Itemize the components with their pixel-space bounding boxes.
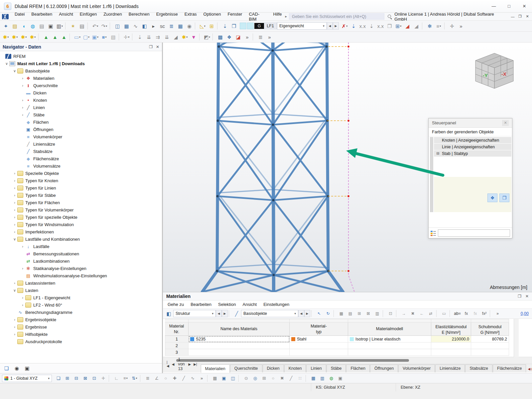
coordinate-system-select[interactable]: 1 - Global XYZ ▾ <box>2 375 52 382</box>
tree-expander-icon[interactable]: ∨ <box>12 237 17 241</box>
next-page-button[interactable]: ▶ <box>188 362 192 366</box>
table-grid-icon[interactable]: ▦▾ <box>309 374 318 382</box>
surface-load-icon[interactable]: ⇊▾ <box>163 33 171 41</box>
toolbar-icon[interactable]: ▾ <box>110 22 112 30</box>
overflow3-icon[interactable]: »▾ <box>265 33 274 41</box>
table-column-header[interactable]: Material-typ <box>290 323 348 336</box>
loadcase-next-button[interactable]: ▶ <box>333 22 339 30</box>
tree-expander-icon[interactable]: › <box>20 113 25 117</box>
tree-expander-icon[interactable]: › <box>12 200 17 204</box>
diag-snap-icon[interactable]: ╱▾ <box>287 374 295 382</box>
table-toolbar-icon[interactable]: ▾ <box>383 310 385 317</box>
new-rectangle-icon[interactable]: ▣▾ <box>91 33 99 41</box>
tree-item[interactable]: › Typen für spezielle Objekte <box>0 213 162 221</box>
tree-item[interactable]: ╱ Liniensätze <box>0 140 162 148</box>
table-menu-item[interactable]: Gehe zu <box>164 301 187 308</box>
new-line-icon[interactable]: ✱▾ <box>11 33 19 41</box>
tree-item[interactable]: › Hilfsobjekte <box>0 331 162 338</box>
free-load-icon[interactable]: ◢▾ <box>172 33 180 41</box>
sort-icon[interactable]: ⇅▾ <box>130 374 139 382</box>
table-vertical-scrollbar[interactable] <box>514 319 519 357</box>
panel-toggle-icon[interactable]: ◧▾ <box>140 22 149 30</box>
copy-loadcase-icon[interactable]: ❐▾ <box>230 22 238 30</box>
save-icon[interactable]: ▣▾ <box>47 22 55 30</box>
loadcase-prev-button[interactable]: ◀ <box>327 22 333 30</box>
results-grid-icon[interactable]: ⊞▾ <box>394 22 403 30</box>
lines-icon[interactable]: ≣▾ <box>144 374 152 382</box>
line-grid-icon[interactable]: ⊞▾ <box>260 374 268 382</box>
load-values2-icon[interactable]: x.x▾ <box>376 22 385 30</box>
navigator-float-button[interactable]: ❐ <box>149 45 153 49</box>
table-column-header[interactable]: SchubmodulG [N/mm²] <box>471 323 509 336</box>
tree-item[interactable]: ⇄ Lastkombinationen <box>0 257 162 265</box>
tabs-scroll-left-button[interactable]: ◀ <box>528 367 530 371</box>
color-legend-row[interactable]: ⊟ Stab | Stabtyp <box>434 150 511 157</box>
toolbar-icon[interactable]: ▾ <box>69 33 72 41</box>
navigator-toggle-icon[interactable]: ◫▾ <box>113 22 122 30</box>
tree-item[interactable]: › I Querschnitte <box>0 82 162 89</box>
navigator-close-button[interactable]: ✕ <box>156 45 159 49</box>
table-tab[interactable]: Flächensätze <box>493 364 526 372</box>
tree-expander-icon[interactable]: › <box>20 105 25 109</box>
tree-expander-icon[interactable]: › <box>20 76 25 80</box>
panel-display-options-icon[interactable]: ❖ <box>487 194 497 202</box>
table-tab[interactable]: Linien <box>306 364 326 372</box>
network-model-icon[interactable]: ◍▾ <box>29 22 37 30</box>
legend-list-icon[interactable] <box>431 230 436 236</box>
dots-icon[interactable]: ∷▾ <box>296 374 304 382</box>
lock-icon[interactable]: ▣▾ <box>336 374 344 382</box>
material-type-cell[interactable] <box>290 342 348 349</box>
shear-modulus-cell[interactable] <box>471 349 509 356</box>
table-column-header[interactable]: MaterialNr. <box>165 323 189 336</box>
osnap-icon[interactable]: ⊙▾ <box>242 374 250 382</box>
material-name-cell[interactable]: S235 <box>189 336 290 342</box>
tree-expander-icon[interactable]: ∨ <box>12 288 17 293</box>
tree-expander-icon[interactable]: › <box>20 244 25 248</box>
table-tab[interactable]: Liniensätze <box>435 364 465 372</box>
new-loadcase-icon[interactable]: ⇣▾ <box>221 22 229 30</box>
table-row[interactable]: 3 <box>165 349 532 356</box>
tree-item[interactable]: RFEM <box>0 53 162 60</box>
elastic-modulus-cell[interactable]: 210000.0 <box>431 336 471 342</box>
tree-expander-icon[interactable]: ∨ <box>4 62 9 66</box>
mdi-minimize-button[interactable]: — <box>509 14 516 20</box>
angle-icon[interactable]: ∠▾ <box>153 374 161 382</box>
toolbar-icon[interactable]: ▾ <box>306 375 308 382</box>
tree-item[interactable]: › ╱ Stäbe <box>0 111 162 118</box>
tree-expander-icon[interactable]: › <box>12 215 17 219</box>
tree-item[interactable]: › Spezielle Objekte <box>0 170 162 177</box>
tree-item[interactable]: ∨ Basisobjekte <box>0 67 162 74</box>
tree-expander-icon[interactable]: › <box>12 208 17 212</box>
tree-item[interactable]: › Typen für Linien <box>0 184 162 192</box>
shear-modulus-cell[interactable]: 80769.2 <box>471 336 509 342</box>
steuerpanel-titlebar[interactable]: Steuerpanel ✕ <box>429 118 512 128</box>
tree-item[interactable]: › Typen für Volumenkörper <box>0 206 162 213</box>
table-menu-item[interactable]: Einstellungen <box>260 301 293 308</box>
toolbar-expand-icon[interactable]: ▸ <box>285 14 287 19</box>
camera-icon[interactable]: ▣▾ <box>23 364 31 372</box>
table-toolbar-icon[interactable]: ▾ <box>333 310 336 317</box>
ortho-icon[interactable]: ∟▾ <box>112 374 121 382</box>
tree-item[interactable]: › Typen für Knoten <box>0 177 162 184</box>
tree-expander-icon[interactable]: › <box>12 179 17 183</box>
table-del-icon[interactable]: ⊠▾ <box>364 310 372 318</box>
tree-item[interactable]: ∨ Mast mit Leiter 1.rf6 | Downloads <box>0 60 162 67</box>
table-group-next-button[interactable]: ▶ <box>222 310 228 317</box>
steuerpanel-scroll-strip[interactable] <box>430 137 433 212</box>
mdi-close-button[interactable]: ✕ <box>524 14 531 20</box>
toolbar-icon[interactable]: ▾ <box>109 375 111 382</box>
loadcase-toggle2-icon[interactable] <box>247 23 254 29</box>
tree-expander-icon[interactable]: › <box>20 303 25 307</box>
tree-item[interactable]: › Ergebnisobjekte <box>0 316 162 323</box>
table-tab[interactable]: Materialien <box>201 364 230 373</box>
table-tab[interactable]: Volumenkörper <box>398 364 435 372</box>
report-icon[interactable]: ▤▾ <box>78 22 86 30</box>
toolbar-icon[interactable]: ▾ <box>238 375 241 382</box>
arc-icon[interactable]: ∿▾ <box>189 374 197 382</box>
view-navigation-cube[interactable]: -Y -X <box>473 51 516 91</box>
mesh-icon[interactable]: ◩▾ <box>203 33 211 41</box>
table-overflow-icon[interactable]: »▾ <box>493 310 502 318</box>
tree-expander-icon[interactable]: › <box>12 325 17 329</box>
printer3d-icon[interactable]: ▧▾ <box>109 33 117 41</box>
tables-toggle-icon[interactable]: ▦▾ <box>122 22 131 30</box>
